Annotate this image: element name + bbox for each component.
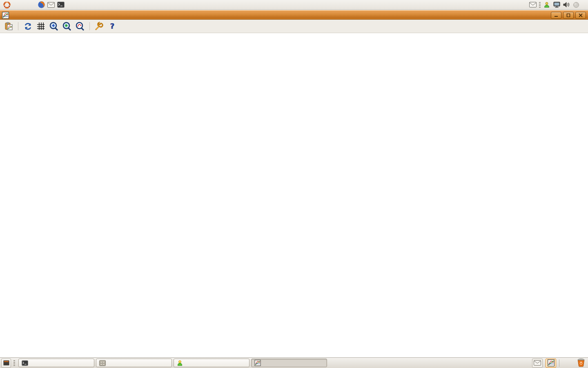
taskbar-handle[interactable] bbox=[13, 360, 15, 366]
mail-tray-icon[interactable] bbox=[532, 359, 543, 368]
settings-icon[interactable] bbox=[94, 21, 105, 31]
taskbar-separator bbox=[559, 359, 559, 367]
task-gnuplot[interactable] bbox=[251, 359, 327, 367]
panel-left bbox=[0, 1, 65, 9]
menu-applications[interactable] bbox=[12, 4, 20, 6]
task-file-manager[interactable] bbox=[96, 359, 172, 367]
grid-icon[interactable] bbox=[36, 21, 46, 31]
tray-handle[interactable] bbox=[539, 2, 541, 8]
toolbar: ? bbox=[0, 20, 588, 33]
menu-system[interactable] bbox=[29, 4, 36, 6]
panel-tray bbox=[529, 1, 588, 9]
gnuplot-tray-icon[interactable] bbox=[546, 359, 556, 368]
help-icon[interactable]: ? bbox=[107, 21, 118, 31]
firefox-icon[interactable] bbox=[37, 1, 46, 9]
gnuplot-window: ? bbox=[0, 10, 588, 357]
zoom-next-icon[interactable] bbox=[62, 21, 72, 31]
close-button[interactable] bbox=[575, 12, 586, 19]
toolbar-separator bbox=[18, 22, 18, 30]
svg-text:?: ? bbox=[110, 22, 114, 30]
show-desktop-button[interactable] bbox=[1, 359, 11, 368]
plot-canvas[interactable] bbox=[0, 33, 588, 357]
refresh-icon[interactable] bbox=[22, 21, 33, 31]
copy-icon[interactable] bbox=[3, 21, 14, 31]
gnuplot-window-icon bbox=[2, 12, 9, 20]
zoom-icon[interactable] bbox=[75, 21, 85, 31]
gnuplot-charts bbox=[0, 33, 588, 357]
task-terminal[interactable] bbox=[18, 359, 94, 367]
volume-icon[interactable] bbox=[563, 1, 570, 9]
menu-places[interactable] bbox=[20, 4, 28, 6]
maximize-button[interactable] bbox=[563, 12, 574, 19]
minimize-button[interactable] bbox=[551, 12, 561, 19]
display-icon[interactable] bbox=[553, 1, 560, 9]
mail-icon[interactable] bbox=[47, 1, 56, 9]
trash-icon[interactable] bbox=[577, 358, 586, 368]
task-gajim[interactable] bbox=[174, 359, 249, 367]
task-list bbox=[18, 359, 327, 367]
user-icon[interactable] bbox=[543, 1, 550, 9]
mail-notification-icon[interactable] bbox=[529, 1, 537, 9]
taskbar-tray bbox=[529, 358, 588, 368]
taskbar bbox=[0, 357, 588, 368]
titlebar[interactable] bbox=[0, 10, 588, 20]
desktop: ? bbox=[0, 0, 588, 368]
weather-icon[interactable] bbox=[572, 1, 580, 9]
top-panel bbox=[0, 0, 588, 10]
zoom-previous-icon[interactable] bbox=[49, 21, 59, 31]
terminal-icon[interactable] bbox=[56, 1, 65, 9]
ubuntu-logo-icon[interactable] bbox=[2, 1, 11, 9]
toolbar-separator bbox=[89, 22, 90, 30]
